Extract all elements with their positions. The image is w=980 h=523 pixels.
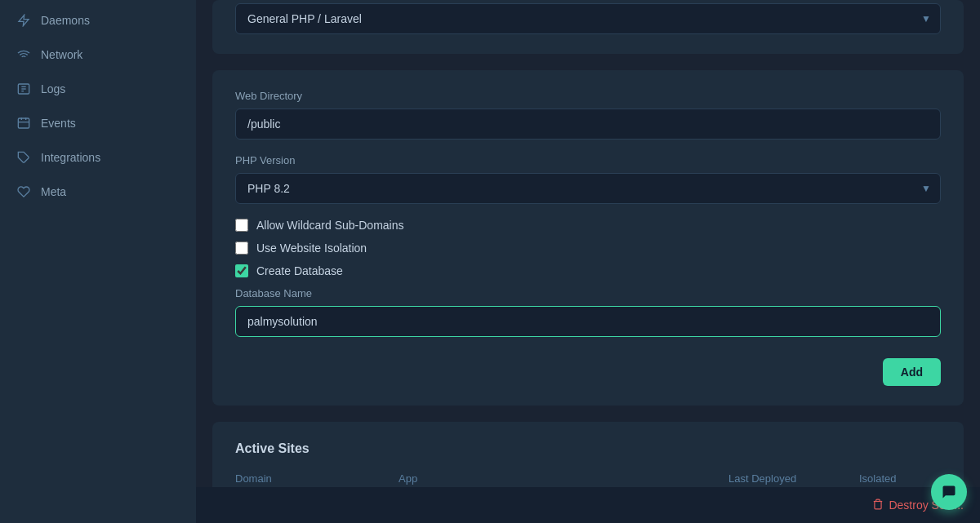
php-version-label: PHP Version [235, 154, 941, 166]
puzzle-icon [16, 150, 31, 165]
allow-wildcard-group: Allow Wildcard Sub-Domains [235, 219, 941, 232]
php-version-group: PHP Version PHP 8.2 ▼ [235, 154, 941, 204]
sidebar-item-label: Events [41, 117, 76, 130]
events-icon [16, 116, 31, 131]
create-database-group: Create Database [235, 264, 941, 277]
web-directory-input[interactable] [235, 109, 941, 140]
sidebar-item-meta[interactable]: Meta [0, 175, 196, 209]
app-type-section: General PHP / Laravel ▼ [212, 0, 964, 54]
meta-icon [16, 184, 31, 199]
allow-wildcard-checkbox[interactable] [235, 219, 248, 232]
database-name-input[interactable] [235, 306, 941, 337]
sidebar: Daemons Network Logs Events [0, 0, 196, 523]
col-last-deployed: Last Deployed [728, 472, 859, 485]
use-isolation-group: Use Website Isolation [235, 242, 941, 255]
active-sites-title: Active Sites [235, 441, 941, 456]
svg-marker-0 [19, 15, 29, 25]
sidebar-item-integrations[interactable]: Integrations [0, 140, 196, 175]
sidebar-item-label: Meta [41, 185, 66, 198]
sidebar-item-label: Daemons [41, 14, 90, 27]
app-type-select[interactable]: General PHP / Laravel [235, 3, 941, 34]
svg-rect-6 [18, 118, 29, 128]
sidebar-item-daemons[interactable]: Daemons [0, 3, 196, 38]
col-domain: Domain [235, 472, 399, 485]
wifi-icon [16, 47, 31, 62]
trash-icon [872, 499, 884, 512]
sidebar-item-label: Logs [41, 82, 65, 95]
col-app: App [399, 472, 728, 485]
database-name-label: Database Name [235, 287, 941, 299]
sidebar-item-events[interactable]: Events [0, 106, 196, 140]
create-database-checkbox[interactable] [235, 264, 248, 277]
php-version-select-wrapper: PHP 8.2 ▼ [235, 173, 941, 204]
app-type-select-wrapper: General PHP / Laravel ▼ [235, 3, 941, 34]
web-directory-label: Web Directory [235, 90, 941, 102]
create-database-label[interactable]: Create Database [256, 264, 343, 277]
sidebar-item-label: Integrations [41, 151, 100, 164]
bottom-bar: Destroy Serv... [196, 487, 980, 523]
main-content: General PHP / Laravel ▼ Web Directory PH… [196, 0, 980, 523]
site-form-section: Web Directory PHP Version PHP 8.2 ▼ Allo… [212, 70, 964, 406]
allow-wildcard-label[interactable]: Allow Wildcard Sub-Domains [256, 219, 404, 232]
col-isolated: Isolated [859, 472, 941, 485]
sidebar-item-label: Network [41, 48, 82, 61]
database-name-group: Database Name [235, 287, 941, 337]
sidebar-item-logs[interactable]: Logs [0, 72, 196, 106]
sidebar-item-network[interactable]: Network [0, 38, 196, 72]
use-isolation-checkbox[interactable] [235, 242, 248, 255]
use-isolation-label[interactable]: Use Website Isolation [256, 242, 367, 255]
bolt-icon [16, 13, 31, 28]
web-directory-group: Web Directory [235, 90, 941, 140]
add-button[interactable]: Add [883, 358, 941, 386]
form-actions: Add [235, 352, 941, 386]
php-version-select[interactable]: PHP 8.2 [235, 173, 941, 204]
chat-fab-button[interactable] [931, 474, 967, 510]
logs-icon [16, 82, 31, 96]
